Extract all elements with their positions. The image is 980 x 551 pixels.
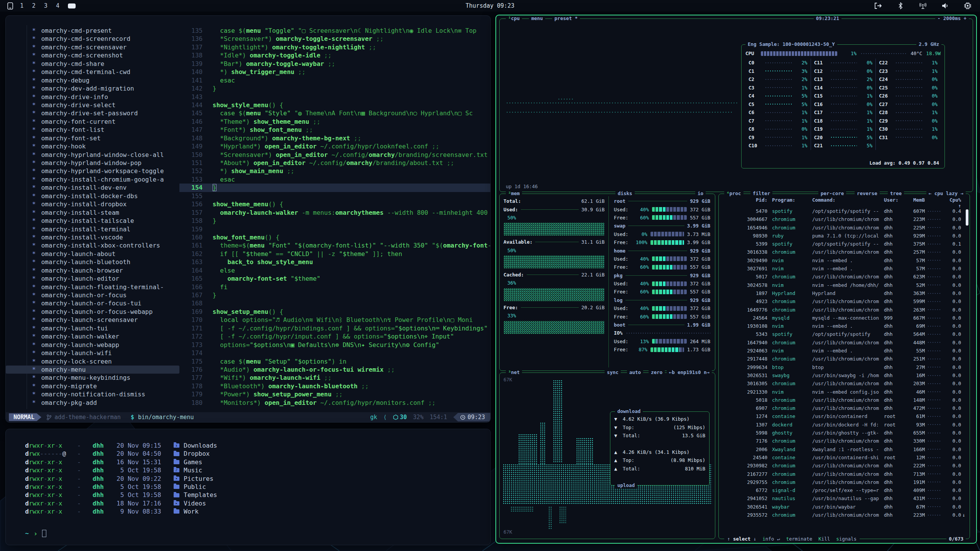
file-item[interactable]: *omarchy-launch-about: [6, 250, 179, 258]
code-line[interactable]: *Nightlight*) omarchy-toggle-nightlight …: [203, 43, 490, 51]
code-line[interactable]: show_setup_menu() {: [203, 308, 490, 316]
reverse-button[interactable]: reverse: [855, 191, 880, 196]
shell-prompt[interactable]: ~ ›: [25, 529, 46, 538]
file-item[interactable]: *omarchy-install-docker-dbs: [6, 192, 179, 200]
net-auto-button[interactable]: auto: [627, 370, 643, 375]
file-item[interactable]: *omarchy-dev-add-migration: [6, 84, 179, 93]
file-item[interactable]: *omarchy-launch-wifi: [6, 349, 179, 357]
code-line[interactable]: show_style_menu() {: [203, 101, 490, 109]
footer-action[interactable]: terminate: [783, 536, 815, 542]
file-item[interactable]: *omarchy-launch-webapp: [6, 341, 179, 349]
file-item[interactable]: *omarchy-lock-screen: [6, 357, 179, 366]
file-item[interactable]: *omarchy-hyprland-window-pop: [6, 159, 179, 167]
file-item[interactable]: *omarchy-pkg-add: [6, 399, 179, 407]
tab-cpu[interactable]: ¹cpu: [506, 16, 522, 21]
process-row[interactable]: 5343spotify/opt/spotify/spotifydhh564M0.…: [722, 330, 966, 338]
code-line[interactable]: *Monitors*) open_in_editor ~/.config/hyp…: [203, 399, 490, 407]
file-item[interactable]: *omarchy-launch-floating-terminal-: [6, 283, 179, 291]
menu-button[interactable]: menu: [529, 16, 545, 21]
file-item[interactable]: *omarchy-install-steam: [6, 209, 179, 217]
code-line[interactable]: esac: [203, 76, 490, 84]
process-row[interactable]: 5399spotify/opt/spotify/spotify --dhh375…: [722, 240, 966, 248]
process-row[interactable]: 2924063nvimnvim --embed .dhh55M0.0: [722, 347, 966, 355]
code-line[interactable]: *Power*) show_setup_power_menu ;;: [203, 390, 490, 398]
file-item[interactable]: *omarchy-launch-bluetooth: [6, 258, 179, 266]
process-row[interactable]: 5470spotify/opt/spotify/spotify --dhh607…: [722, 207, 966, 215]
code-line[interactable]: }: [203, 84, 490, 93]
file-item[interactable]: *omarchy-install-dev-env: [6, 184, 179, 192]
code-line[interactable]: omarchy-launch-walker -m menus:omarchyth…: [203, 209, 490, 217]
dir-name[interactable]: Music: [184, 466, 202, 474]
process-row[interactable]: 1647940chromium/usr/lib/chromium/chromdh…: [722, 339, 966, 347]
code-line[interactable]: back_to show_style_menu: [203, 258, 490, 266]
process-row[interactable]: 2006XwaylandXwayland :1 -rootless -dhh16…: [722, 445, 966, 453]
file-item[interactable]: *omarchy-hook: [6, 142, 179, 150]
dir-name[interactable]: Pictures: [184, 475, 213, 483]
code-line[interactable]: fi: [203, 283, 490, 291]
code-line[interactable]: omarchy-font-set "$theme": [203, 275, 490, 283]
process-row[interactable]: 7176chromium/usr/lib/chromium/chromdhh33…: [722, 437, 966, 445]
code-line[interactable]: theme=$(menu "Font" "$(omarchy-font-list…: [203, 241, 490, 249]
code-line[interactable]: *) show_trigger_menu ;;: [203, 68, 490, 76]
process-row[interactable]: 1897HyprlandHyprlanddhh363M0.0: [722, 289, 966, 297]
footer-action[interactable]: Kill: [815, 536, 833, 542]
dir-name[interactable]: Downloads: [184, 441, 217, 450]
process-row[interactable]: 1654946chromium/usr/lib/chromium/chromdh…: [722, 224, 966, 232]
file-item[interactable]: *omarchy-launch-or-focus: [6, 291, 179, 299]
tab-disks[interactable]: disks: [615, 191, 635, 196]
code-line[interactable]: *Wifi*) omarchy-launch-wifi ;;: [203, 374, 490, 382]
file-item[interactable]: *omarchy-cmd-terminal-cwd: [6, 68, 179, 76]
code-line[interactable]: [203, 299, 490, 307]
file-item[interactable]: *omarchy-drive-select: [6, 101, 179, 109]
process-scrollbar[interactable]: [966, 209, 968, 226]
process-row[interactable]: 2167277chromium/usr/lib/chromium/chromdh…: [722, 470, 966, 478]
process-row[interactable]: 3004667chromium/usr/lib/chromium/chromdh…: [722, 215, 966, 223]
file-item[interactable]: *omarchy-cmd-screensaver: [6, 43, 179, 51]
code-line[interactable]: esac: [203, 175, 490, 184]
code-line[interactable]: options="$options\n▣ Defaults\n⊕ DNS\n✦ …: [203, 341, 490, 349]
code-line[interactable]: [203, 192, 490, 200]
preset-button[interactable]: preset *: [552, 16, 580, 21]
file-item[interactable]: *omarchy-cmd-screenrecord: [6, 35, 179, 43]
process-row[interactable]: 3024578nvimnvim --embed /home/dhh/dhh52M…: [722, 281, 966, 289]
file-item[interactable]: *omarchy-hyprland-window-close-all: [6, 151, 179, 159]
code-line[interactable]: *Bluetooth*) omarchy-launch-bluetooth ;;: [203, 382, 490, 390]
code-line[interactable]: [203, 349, 490, 357]
process-row[interactable]: 24564mysqldmysqld --max-connection999667…: [722, 314, 966, 322]
process-row[interactable]: 3026531swaybg/usr/bin/swaybg -i /homdhh1…: [722, 371, 966, 379]
tree-button[interactable]: tree: [888, 191, 904, 196]
file-item[interactable]: *omarchy-install-terminal: [6, 225, 179, 233]
dir-name[interactable]: Public: [184, 483, 206, 491]
process-row[interactable]: 4923chromium/usr/lib/chromium/chromdhh59…: [722, 297, 966, 305]
code-line[interactable]: *Audio*) omarchy-launch-or-focus-tui wir…: [203, 366, 490, 374]
file-item[interactable]: *omarchy-notification-dismiss: [6, 390, 179, 398]
file-item[interactable]: *omarchy-install-chromium-google-a: [6, 175, 179, 184]
code-line[interactable]: }: [203, 291, 490, 299]
process-row[interactable]: 2999634btopbtopdhh27M0.0: [722, 363, 966, 371]
process-row[interactable]: 3029490nvimnvim --embed .dhh57M0.0: [722, 256, 966, 265]
process-row[interactable]: 3027691nvimnvim --embed .dhh57M0.0: [722, 265, 966, 273]
file-item[interactable]: *omarchy-launch-browser: [6, 266, 179, 275]
code-line[interactable]: [203, 225, 490, 233]
dir-name[interactable]: Dropbox: [184, 450, 210, 458]
percore-button[interactable]: per-core: [818, 191, 846, 196]
code-line[interactable]: show_font_menu() {: [203, 233, 490, 241]
file-item[interactable]: *omarchy-cmd-share: [6, 60, 179, 68]
tab-io[interactable]: io: [695, 191, 706, 196]
sort-selector[interactable]: ← cpu lazy →: [926, 191, 966, 196]
process-row[interactable]: 1649776chromium/usr/lib/chromium/chromdh…: [722, 306, 966, 314]
code-line[interactable]: if [[ "$theme" == "CNCLD" || -z "$theme"…: [203, 250, 490, 258]
process-row[interactable]: 1307dockerd/usr/bin/dockerd -H fd:root93…: [722, 421, 966, 429]
process-row[interactable]: 2929755chromium/usr/lib/chromium/chromdh…: [722, 478, 966, 486]
process-row[interactable]: 5018chromium/usr/lib/chromium/chromdhh14…: [722, 396, 966, 404]
process-row[interactable]: 5998ghostty/usr/bin/ghostty --gtk-dhh655…: [722, 429, 966, 437]
process-row[interactable]: 24540containe/usr/bin/containerd-shiroot…: [722, 453, 966, 462]
file-item[interactable]: *omarchy-launch-editor: [6, 275, 179, 283]
footer-action[interactable]: ↑ select ↓: [724, 536, 759, 542]
file-item[interactable]: *omarchy-launch-tui: [6, 324, 179, 332]
process-row[interactable]: 6907chromium/usr/lib/chromium/chromdhh47…: [722, 404, 966, 412]
file-item[interactable]: *omarchy-cmd-screenshot: [6, 51, 179, 59]
code-line[interactable]: case $(menu "Setup" "$options") in: [203, 357, 490, 366]
code-line[interactable]: [ -f ~/.config/hypr/input.conf ] && opti…: [203, 332, 490, 340]
file-item[interactable]: *omarchy-font-current: [6, 118, 179, 126]
